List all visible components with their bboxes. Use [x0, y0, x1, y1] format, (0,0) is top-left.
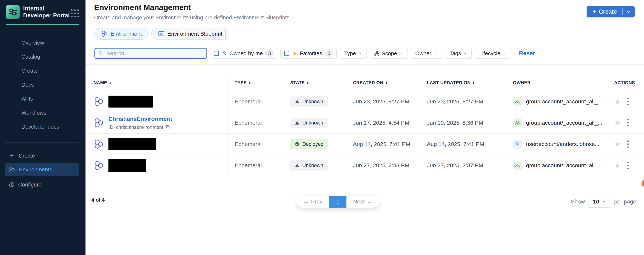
warning-icon: [295, 120, 300, 125]
tags-filter-label: Tags: [450, 50, 461, 56]
sort-icon: ▲▼: [472, 81, 475, 84]
status-label: Deployed: [302, 141, 324, 147]
row-menu-icon[interactable]: [627, 97, 629, 106]
sidebar-item-catalog[interactable]: Catalog: [0, 50, 86, 64]
status-label: Unknown: [302, 162, 323, 168]
favorites-label: Favorites: [300, 50, 322, 56]
table-row[interactable]: Ephemeral Deployed Aug 14, 2025, 7:41 PM…: [86, 134, 644, 155]
search-box: [94, 48, 207, 59]
search-icon: [98, 50, 104, 56]
column-header-actions: ACTIONS: [605, 75, 644, 91]
lifecycle-filter-dropdown[interactable]: Lifecycle: [475, 48, 511, 59]
copy-icon[interactable]: [166, 125, 170, 130]
tab-environment-blueprint-label: Environment Blueprint: [167, 30, 222, 37]
chevron-down-icon[interactable]: [626, 9, 631, 14]
row-menu-icon[interactable]: [627, 118, 629, 127]
tags-filter-dropdown[interactable]: Tags: [445, 48, 472, 59]
type-filter-dropdown[interactable]: Type: [340, 48, 367, 59]
column-header-created-on[interactable]: CREATED ON ▲▼: [347, 75, 421, 91]
table-row[interactable]: Ephemeral Unknown Jun 23, 2025, 8:27 PM …: [86, 91, 644, 112]
person-icon: [222, 50, 227, 56]
owner-filter-label: Owner: [415, 50, 431, 56]
table-row[interactable]: ChristiansEnvironment ID: christiansenvi…: [86, 112, 644, 134]
sidebar-item-environments[interactable]: Environments: [5, 163, 79, 176]
owned-by-me-count-badge: 3: [266, 49, 274, 58]
sidebar-item-workflows[interactable]: Workflows: [0, 106, 86, 120]
favorite-star-icon[interactable]: ★: [614, 140, 621, 148]
favorites-checkbox[interactable]: [284, 51, 289, 56]
sidebar-item-developer-docs[interactable]: Developer docs: [0, 120, 86, 134]
tab-environment[interactable]: Environment: [94, 28, 148, 40]
row-menu-icon[interactable]: [627, 140, 629, 148]
status-label: Unknown: [302, 120, 323, 126]
column-header-last-updated-on[interactable]: LAST UPDATED ON ▲▼: [421, 75, 507, 91]
scope-filter-dropdown[interactable]: Scope: [370, 48, 408, 59]
sidebar-configure-label: Configure: [18, 182, 42, 188]
help-bubble-button[interactable]: [642, 179, 644, 188]
sidebar-item-create[interactable]: Create: [0, 64, 86, 78]
plus-icon: +: [593, 8, 596, 15]
column-header-state[interactable]: STATE ▲▼: [284, 75, 347, 91]
chevron-down-icon: [502, 51, 506, 56]
sidebar-environments-label: Environments: [19, 166, 52, 173]
user-icon: [513, 140, 522, 148]
created-on-value: Aug 14, 2025, 7:41 PM: [353, 141, 410, 147]
group-icon: [513, 161, 522, 170]
sidebar-nav: Overview Catalog Create Docs APIs Workfl…: [0, 36, 86, 134]
owned-by-me-checkbox[interactable]: [214, 51, 219, 56]
sidebar-accent-divider: [6, 24, 79, 25]
search-input[interactable]: [106, 50, 203, 57]
column-header-name[interactable]: NAME ▲: [86, 75, 228, 91]
sort-icon: ▲▼: [307, 81, 309, 84]
sidebar-item-docs[interactable]: Docs: [0, 78, 86, 92]
owner-filter-dropdown[interactable]: Owner: [411, 48, 442, 59]
current-page-button[interactable]: 1: [329, 196, 346, 208]
sidebar-item-apis[interactable]: APIs: [0, 92, 86, 106]
sidebar-create-button[interactable]: + Create: [0, 149, 86, 162]
sidebar-item-overview[interactable]: Overview: [0, 36, 86, 50]
table-row[interactable]: Ephemeral Unknown Jun 27, 2025, 2:33 PM …: [86, 155, 644, 176]
environment-name-link[interactable]: ChristiansEnvironment: [108, 116, 172, 122]
last-updated-on-value: Jun 27, 2025, 2:37 PM: [427, 162, 483, 168]
column-header-type[interactable]: TYPE ▲▼: [228, 75, 284, 91]
tabs-divider: [225, 28, 226, 40]
favorite-star-icon[interactable]: ★: [614, 119, 621, 126]
environment-hexagons-icon: [94, 96, 104, 106]
pagination-summary: 4 of 4: [92, 197, 105, 203]
warning-icon: [295, 163, 300, 168]
arrow-left-icon: ←: [303, 198, 309, 205]
favorite-star-icon[interactable]: ★: [614, 162, 621, 169]
content-divider: [86, 64, 644, 64]
create-button[interactable]: + Create: [587, 6, 635, 17]
type-value: Ephemeral: [235, 141, 262, 147]
page-size-select[interactable]: 10: [588, 196, 611, 208]
favorites-count-badge: 0: [325, 49, 333, 58]
favorite-star-icon[interactable]: ★: [614, 98, 621, 105]
reset-filters-button[interactable]: Reset: [519, 50, 534, 57]
owned-by-me-label: Owned by me: [230, 50, 263, 56]
environments-table: NAME ▲ TYPE ▲▼ STATE ▲▼ CREATED ON ▲▼ LA…: [86, 75, 644, 176]
apps-grid-icon[interactable]: [71, 9, 79, 17]
sort-icon: ▲▼: [249, 81, 251, 84]
sidebar-create-label: Create: [19, 153, 35, 159]
sidebar-item-configure[interactable]: ⚙ Configure: [0, 178, 86, 191]
favorites-filter[interactable]: ★ Favorites 0: [280, 48, 337, 59]
last-updated-on-value: Jun 23, 2025, 8:27 PM: [427, 98, 483, 105]
status-badge: Unknown: [290, 96, 328, 107]
filters-bar: Owned by me 3 ★ Favorites 0 Type: [94, 48, 535, 59]
environment-hexagons-icon: [94, 139, 104, 149]
created-on-value: Jun 17, 2025, 4:54 PM: [353, 120, 409, 126]
row-menu-icon[interactable]: [627, 161, 629, 170]
column-header-owner: OWNER: [507, 75, 605, 91]
next-page-button[interactable]: Next →: [346, 196, 379, 208]
status-badge: Deployed: [290, 139, 328, 149]
sort-asc-icon: ▲: [109, 81, 112, 84]
tab-environment-blueprint[interactable]: Environment Blueprint: [151, 28, 229, 40]
prev-page-button[interactable]: ← Prev: [296, 196, 329, 208]
hierarchy-icon: [374, 51, 380, 56]
redacted-environment-name: [108, 138, 156, 150]
owned-by-me-filter[interactable]: Owned by me 3: [210, 48, 278, 59]
sort-icon: ▲▼: [385, 81, 388, 84]
environment-management-screen: Internal Developer Portal Overview Catal…: [0, 0, 644, 255]
group-icon: [513, 97, 522, 106]
